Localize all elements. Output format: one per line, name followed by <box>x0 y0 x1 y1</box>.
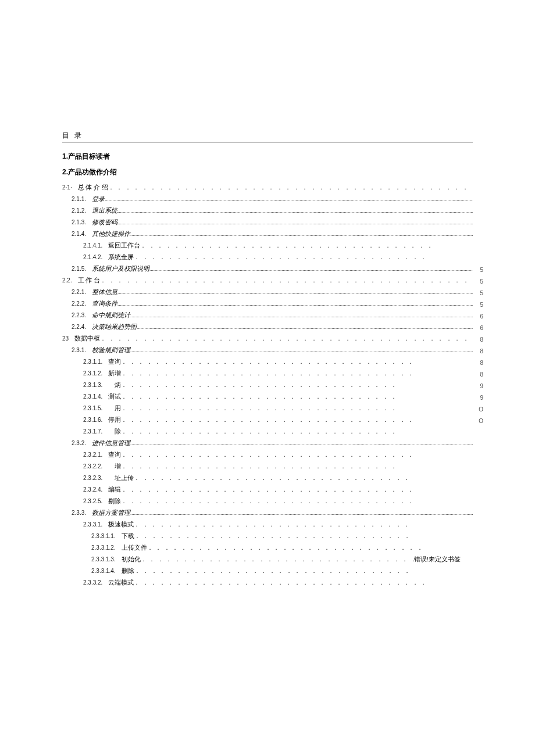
toc-row: 2.3.3.1.极速模式． ． ． ． ． ． ． ． ． ． ． ． ． ． … <box>62 520 473 532</box>
toc-row: 2.1.2.退出系统..............................… <box>62 206 473 218</box>
toc-row: 2.3.1.7. 除． ． ． ． ． ． ． ． ． ． ． ． ． ． ． … <box>62 427 473 439</box>
toc-number: 2.3.3.2. <box>83 579 108 586</box>
toc-title: 目录 <box>62 131 473 142</box>
toc-leader: ． ． ． ． ． ． ． ． ． ． ． ． ． ． ． ． ． ． ． ． … <box>108 184 473 192</box>
toc-label: 命中规则统计 <box>92 311 130 320</box>
toc-label: 其他快捷操作 <box>92 230 130 238</box>
toc-label: 进件信息管理 <box>92 439 130 447</box>
toc-leader: ........................................… <box>117 220 473 225</box>
heading-1: 1.产品目标读者 <box>62 152 473 162</box>
toc-leader: ． ． ． ． ． ． ． ． ． ． ． ． ． ． ． ． ． ． ． ． … <box>121 428 394 436</box>
toc-leader: ........................................… <box>117 289 473 295</box>
toc-row: 2.2.1.整体信息..............................… <box>62 288 473 299</box>
toc-leader: ． ． ． ． ． ． ． ． ． ． ． ． ． ． ． ． ． ． ． ． … <box>121 381 394 389</box>
toc-row: 2.3.1.2.新增． ． ． ． ． ． ． ． ． ． ． ． ． ． ． … <box>62 369 473 381</box>
toc-row: 2.3.2.进件信息管理............................… <box>62 439 473 450</box>
toc-row: 2.2.3.命中规则统计............................… <box>62 311 473 323</box>
toc-row: 2.2.工 作 台． ． ． ． ． ． ． ． ． ． ． ． ． ． ． ．… <box>62 276 473 288</box>
toc-leader: ． ． ． ． ． ． ． ． ． ． ． ． ． ． ． ． ． ． ． ． … <box>134 474 407 482</box>
toc-number: 2.3.2.2. <box>83 463 108 470</box>
toc-label: 总 体 介 绍 <box>78 183 108 192</box>
toc-number: 2.3.3.1.3. <box>91 556 122 562</box>
toc-leader: ． ． ． ． ． ． ． ． ． ． ． ． ． ． ． ． ． ． ． ． … <box>134 521 407 529</box>
toc-number: 2.2.1. <box>72 289 92 295</box>
toc-row: 2.1.4.其他快捷操作............................… <box>62 230 473 241</box>
toc-label: 数据方案管理 <box>92 508 130 517</box>
toc-label: 校验规则管理 <box>92 346 130 354</box>
toc-number: 2.3.2.4. <box>83 486 108 493</box>
toc-row: 2.3.3.数据方案管理............................… <box>62 508 473 520</box>
toc-number: 2.1.4.1. <box>83 242 108 249</box>
toc-leader: ． ． ． ． ． ． ． ． ． ． ． ． ． ． ． ． ． ． ． ． … <box>140 242 437 250</box>
toc-label: 查询 <box>108 357 121 366</box>
toc-row: 2·1·总 体 介 绍． ． ． ． ． ． ． ． ． ． ． ． ． ． ．… <box>62 183 473 195</box>
toc-label: 系统全屏 <box>108 253 134 261</box>
toc-leader: ． ． ． ． ． ． ． ． ． ． ． ． ． ． ． ． ． ． ． ． … <box>121 393 394 401</box>
toc-leader: ． ． ． ． ． ． ． ． ． ． ． ． ． ． ． ． ． ． ． ． … <box>121 497 418 506</box>
toc-row: 2.3.2.5.剔除． ． ． ． ． ． ． ． ． ． ． ． ． ． ． … <box>62 497 473 508</box>
toc-leader: ． ． ． ． ． ． ． ． ． ． ． ． ． ． ． ． ． ． ． ． … <box>100 277 473 285</box>
toc-number: 2·1· <box>62 184 78 191</box>
toc-label: 增 <box>108 462 121 471</box>
page-number: 5 <box>475 299 483 311</box>
toc-row: 2.1.3.修改密码..............................… <box>62 218 473 230</box>
page-number-column: 555566888899OO <box>475 264 483 427</box>
toc-row: 2.3.2.3. 址上传． ． ． ． ． ． ． ． ． ． ． ． ． ． … <box>62 474 473 485</box>
toc-number: 2.3.1.2. <box>83 370 108 377</box>
toc-row: 2.3.1.4.测试． ． ． ． ． ． ． ． ． ． ． ． ． ． ． … <box>62 392 473 404</box>
toc-label: 址上传 <box>108 474 134 482</box>
toc-row: 2.3.2.1.查询． ． ． ． ． ． ． ． ． ． ． ． ． ． ． … <box>62 450 473 462</box>
toc-number: 2.1.3. <box>72 219 92 225</box>
toc-leader: ........................................… <box>117 301 473 307</box>
toc-number: 2.1.2. <box>72 207 92 214</box>
toc-label: 初始化 <box>122 555 141 564</box>
toc-row: 2.3.1.1.查询． ． ． ． ． ． ． ． ． ． ． ． ． ． ． … <box>62 357 473 369</box>
toc-number: 2.3.3.1.4. <box>91 568 122 574</box>
toc-number: 2.1.4.2. <box>83 254 108 260</box>
toc-row: 2.3.1.校验规则管理............................… <box>62 346 473 357</box>
toc-leader: ........................................… <box>130 347 473 353</box>
toc-label: 用 <box>108 404 121 413</box>
toc-label: 登录 <box>92 195 105 203</box>
toc-leader: ． ． ． ． ． ． ． ． ． ． ． ． ． ． ． ． ． ． ． ． … <box>121 486 418 494</box>
toc-number: 2.1.4. <box>72 231 92 237</box>
toc-label: 整体信息 <box>92 288 117 296</box>
toc-label: 查询 <box>108 450 121 459</box>
page-number: 9 <box>475 381 483 392</box>
page-number: 5 <box>475 276 483 288</box>
toc-row: 2.3.1.5. 用． ． ． ． ． ． ． ． ． ． ． ． ． ． ． … <box>62 404 473 415</box>
toc-leader: ． ． ． ． ． ． ． ． ． ． ． ． ． ． ． ． ． ． ． ． … <box>121 358 418 366</box>
toc-leader: ． ． ． ． ． ． ． ． ． ． ． ． ． ． ． ． ． ． ． ． … <box>134 532 408 540</box>
toc-label: 修改密码 <box>92 218 117 227</box>
toc-label: 删除 <box>122 567 134 575</box>
toc-number: 2.2. <box>62 277 78 284</box>
toc-error-text: 错误!未定义书签 <box>414 555 461 564</box>
toc-label: 编辑 <box>108 485 121 494</box>
toc-row: 2.3.3.2.云端模式． ． ． ． ． ． ． ． ． ． ． ． ． ． … <box>62 578 473 590</box>
page-number: O <box>475 415 483 427</box>
toc-number: 2.3.1.4. <box>83 393 108 400</box>
toc-label: 除 <box>108 427 121 436</box>
toc-leader: ． ． ． ． ． ． ． ． ． ． ． ． ． ． ． ． ． ． ． ． … <box>134 567 408 575</box>
page-number: 5 <box>475 264 483 276</box>
toc-row: 2.1.4.1.返回工作台． ． ． ． ． ． ． ． ． ． ． ． ． ．… <box>62 241 473 253</box>
toc-label: 工 作 台 <box>78 276 101 285</box>
page-number: 6 <box>475 311 483 323</box>
toc-number: 2.3.1.5. <box>83 405 108 411</box>
toc-row: 2.2.2.查询条件..............................… <box>62 299 473 311</box>
toc-number: 2.3.1.6. <box>83 417 108 423</box>
toc-leader: ........................................… <box>117 208 473 214</box>
toc-row: 2.3.3.1.4.删除． ． ． ． ． ． ． ． ． ． ． ． ． ． … <box>62 567 473 578</box>
toc-leader: ． ． ． ． ． ． ． ． ． ． ． ． ． ． ． ． ． ． ． ． … <box>134 579 430 587</box>
toc-number: 2.3.1.1. <box>83 359 108 365</box>
toc-leader: ． ． ． ． ． ． ． ． ． ． ． ． ． ． ． ． ． ． ． ． … <box>147 544 420 552</box>
toc-leader: ． ． ． ． ． ． ． ． ． ． ． ． ． ． ． ． ． ． ． ． … <box>100 335 473 343</box>
toc-number: 2.3.1.7. <box>83 428 108 435</box>
toc-label: 极速模式 <box>108 520 134 529</box>
toc-number: 2.3.3.1.2. <box>91 544 122 551</box>
toc-row: 2.3.2.4.编辑． ． ． ． ． ． ． ． ． ． ． ． ． ． ． … <box>62 485 473 497</box>
page-number: 6 <box>475 323 483 334</box>
page-number: 8 <box>475 346 483 357</box>
toc-leader: ........................................… <box>105 196 473 202</box>
toc-leader: ． ． ． ． ． ． ． ． ． ． ． ． ． ． ． ． ． ． ． ． … <box>121 370 418 378</box>
